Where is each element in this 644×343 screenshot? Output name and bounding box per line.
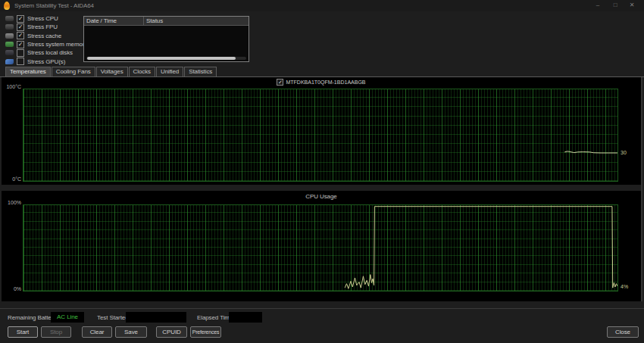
test-started-value	[126, 312, 186, 323]
save-button[interactable]: Save	[115, 326, 147, 338]
legend-series-checkbox[interactable]: ✓	[277, 79, 283, 86]
stress-gpu-label: Stress GPU(s)	[27, 58, 65, 65]
window-title: System Stability Test - AIDA64	[14, 2, 94, 9]
temps-axis-max-label: 100°C	[3, 84, 21, 89]
close-button[interactable]: Close	[607, 326, 639, 338]
log-table-hscrollbar-thumb[interactable]	[87, 57, 236, 60]
cpu-current-value: 4%	[621, 284, 628, 289]
stress-cpu-label: Stress CPU	[27, 15, 58, 22]
stress-disks-checkbox	[17, 49, 24, 57]
start-button[interactable]: Start	[8, 326, 38, 338]
stress-row-fpu[interactable]: ✓ Stress FPU	[5, 23, 87, 31]
elapsed-time-value	[229, 312, 262, 323]
stress-row-cache[interactable]: ✓ Stress cache	[5, 32, 87, 40]
stress-memory-label: Stress system memory	[27, 41, 87, 48]
stress-cache-checkbox: ✓	[17, 32, 24, 39]
stress-disks-label: Stress local disks	[27, 49, 73, 56]
stress-cache-label: Stress cache	[27, 33, 61, 39]
fpu-icon	[5, 24, 14, 30]
stress-fpu-checkbox: ✓	[17, 23, 24, 31]
stop-button[interactable]: Stop	[41, 326, 71, 338]
cpuid-button[interactable]: CPUID	[156, 326, 187, 338]
status-log-table: Date / Time Status	[83, 16, 249, 62]
tab-cooling-fans[interactable]: Cooling Fans	[52, 67, 95, 76]
titlebar: System Stability Test - AIDA64 – □ ✕	[0, 0, 644, 11]
temps-axis-min-label: 0°C	[3, 176, 21, 182]
stress-cpu-checkbox: ✓	[17, 15, 24, 23]
legend-series-label: MTFDKBA1T0QFM-1BD1AABGB	[286, 80, 365, 85]
cpu-axis-max-label: 100%	[3, 200, 21, 205]
log-table-header: Date / Time Status	[84, 17, 249, 26]
disk-icon	[5, 50, 14, 55]
close-icon[interactable]: ✕	[625, 1, 639, 10]
tab-statistics[interactable]: Statistics	[184, 67, 217, 76]
stress-row-memory[interactable]: ✓ Stress system memory	[5, 40, 87, 48]
log-table-hscrollbar-track	[86, 57, 246, 60]
temperature-chart-panel: ✓ MTFDKBA1T0QFM-1BD1AABGB 100°C 0°C 30	[2, 77, 641, 185]
tab-clocks[interactable]: Clocks	[129, 67, 155, 76]
stress-row-disks[interactable]: Stress local disks	[5, 48, 87, 57]
cpu-icon	[5, 16, 14, 21]
memory-icon	[5, 42, 14, 47]
gpu-icon	[5, 59, 14, 64]
remaining-battery-value: AC Line	[51, 312, 84, 323]
stress-fpu-label: Stress FPU	[27, 23, 58, 30]
stress-options-panel: ✓ Stress CPU ✓ Stress FPU ✓ Stress cache…	[5, 14, 87, 66]
footer-divider	[0, 308, 644, 309]
temperature-line-series	[23, 89, 617, 181]
minimize-icon[interactable]: –	[591, 1, 605, 10]
chart-tabs: Temperatures Cooling Fans Voltages Clock…	[5, 67, 217, 76]
cpu-usage-plot-area	[23, 204, 618, 292]
temps-current-value: 30	[621, 150, 627, 155]
clear-button[interactable]: Clear	[82, 326, 112, 338]
aida64-flame-icon	[4, 2, 10, 10]
stress-gpu-checkbox	[17, 58, 24, 65]
column-date-time[interactable]: Date / Time	[84, 17, 144, 25]
system-stability-test-window: { "window": { "title": "System Stability…	[0, 0, 644, 343]
stress-row-cpu[interactable]: ✓ Stress CPU	[5, 14, 87, 23]
maximize-icon[interactable]: □	[608, 1, 622, 10]
chart-right-edge	[641, 77, 642, 301]
temperature-plot-area	[23, 89, 618, 182]
tab-temperatures[interactable]: Temperatures	[5, 67, 51, 76]
preferences-button[interactable]: Preferences	[190, 326, 221, 338]
cpu-chart-title: CPU Usage	[2, 193, 641, 200]
cpu-axis-min-label: 0%	[3, 286, 21, 292]
cpu-usage-chart-panel: CPU Usage 100% 0% 4%	[2, 191, 641, 301]
cache-icon	[5, 33, 14, 39]
tab-voltages[interactable]: Voltages	[96, 67, 128, 76]
stress-row-gpu[interactable]: Stress GPU(s)	[5, 57, 87, 65]
stress-memory-checkbox: ✓	[17, 41, 24, 48]
temperature-legend: ✓ MTFDKBA1T0QFM-1BD1AABGB	[2, 79, 641, 86]
column-status[interactable]: Status	[144, 17, 249, 25]
tab-unified[interactable]: Unified	[156, 67, 183, 76]
cpu-usage-line-series	[23, 205, 617, 291]
